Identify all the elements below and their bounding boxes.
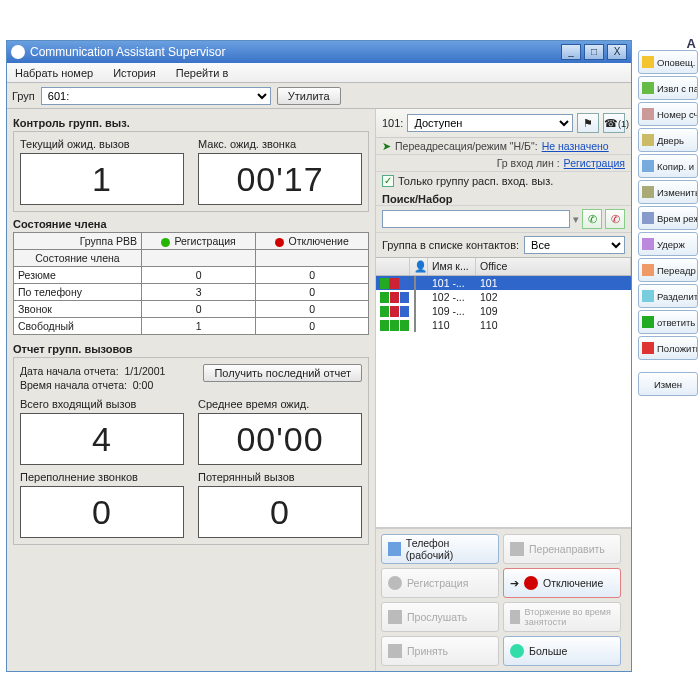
- menubar: Набрать номер История Перейти в: [7, 63, 631, 83]
- avg-wait-label: Среднее время ожид.: [198, 398, 362, 410]
- list-item[interactable]: 109 -... 109: [376, 304, 631, 318]
- app-icon: [11, 45, 25, 59]
- only-group-label: Только группу расп. вход. выз.: [398, 175, 553, 187]
- close-button[interactable]: X: [607, 44, 627, 60]
- overflow-label: Переполнение звонков: [20, 471, 184, 483]
- left-pane: Контроль групп. выз. Текущий ожид. вызов…: [7, 109, 375, 671]
- palette-edit-button[interactable]: Измен: [638, 372, 698, 396]
- barge-in-button[interactable]: Вторжение во время занятости: [503, 602, 621, 632]
- only-group-checkbox[interactable]: ✓: [382, 175, 394, 187]
- redirect-button[interactable]: Перенаправить: [503, 534, 621, 564]
- report-time: 0:00: [133, 379, 153, 391]
- phone-count-button[interactable]: ☎(1): [603, 113, 625, 133]
- member-state-title: Состояние члена: [13, 218, 369, 230]
- palette-time-mode[interactable]: Врем режим: [638, 206, 698, 230]
- palette-split[interactable]: Разделить: [638, 284, 698, 308]
- group-control-title: Контроль групп. выз.: [13, 117, 369, 129]
- avatar-icon: [414, 276, 416, 290]
- menu-history[interactable]: История: [108, 65, 161, 81]
- maximize-button[interactable]: □: [584, 44, 604, 60]
- report-date-label: Дата начала отчета:: [20, 365, 119, 377]
- avatar-icon: [414, 304, 416, 318]
- login-button[interactable]: Регистрация: [381, 568, 499, 598]
- forward-link[interactable]: Не назначено: [542, 140, 609, 152]
- table-row: Свободный10: [14, 318, 369, 335]
- logout-button[interactable]: ➔Отключение: [503, 568, 621, 598]
- lost-value: 0: [198, 486, 362, 538]
- member-table: Группа РВВ Регистрация Отключение Состоя…: [13, 232, 369, 335]
- palette-door[interactable]: Дверь: [638, 128, 698, 152]
- current-wait-value: 1: [20, 153, 184, 205]
- report-date: 1/1/2001: [124, 365, 165, 377]
- utility-button[interactable]: Утилита: [277, 87, 341, 105]
- action-grid: Телефон (рабочий) Перенаправить Регистра…: [376, 528, 631, 671]
- member-hdr-logout: Отключение: [256, 233, 369, 250]
- palette-alert[interactable]: Оповещ. (гибк: [638, 50, 698, 74]
- palette-header: A: [687, 36, 696, 51]
- titlebar: Communication Assistant Supervisor _ □ X: [7, 41, 631, 63]
- table-row: Звонок00: [14, 301, 369, 318]
- menu-dial[interactable]: Набрать номер: [10, 65, 98, 81]
- member-hdr-group: Группа РВВ: [14, 233, 142, 250]
- call-icon[interactable]: ✆: [582, 209, 602, 229]
- hangup-icon[interactable]: ✆: [605, 209, 625, 229]
- group-select[interactable]: 601:: [41, 87, 271, 105]
- total-incoming-label: Всего входящий вызов: [20, 398, 184, 410]
- search-input[interactable]: [382, 210, 570, 228]
- table-row: По телефону30: [14, 284, 369, 301]
- group-inline-label: Гр вход лин :: [497, 157, 560, 169]
- group-login-link[interactable]: Регистрация: [564, 157, 625, 169]
- listen-button[interactable]: Прослушать: [381, 602, 499, 632]
- contact-list-header: 👤 Имя к... Office: [376, 257, 631, 276]
- take-over-button[interactable]: Принять: [381, 636, 499, 666]
- main-window: Communication Assistant Supervisor _ □ X…: [6, 40, 632, 672]
- right-pane: 101: Доступен ⚑ ☎(1) ➤ Переадресация/реж…: [375, 109, 631, 671]
- avatar-icon: [414, 318, 416, 332]
- phone-work-button[interactable]: Телефон (рабочий): [381, 534, 499, 564]
- current-wait-label: Текущий ожид. вызов: [20, 138, 184, 150]
- palette-answer[interactable]: ответить: [638, 310, 698, 334]
- total-incoming-value: 4: [20, 413, 184, 465]
- list-item[interactable]: 102 -... 102: [376, 290, 631, 304]
- forward-label: Переадресация/режим "Н/Б":: [395, 140, 538, 152]
- palette-unpark[interactable]: Извл с парк: [638, 76, 698, 100]
- palette-hangup[interactable]: Положить тру: [638, 336, 698, 360]
- contacts-group-select[interactable]: Все: [524, 236, 625, 254]
- table-row: Резюме00: [14, 267, 369, 284]
- more-button[interactable]: Больше: [503, 636, 621, 666]
- contacts-group-label: Группа в списке контактов:: [382, 239, 519, 251]
- report-time-label: Время начала отчета:: [20, 379, 127, 391]
- palette-account[interactable]: Номер счета: [638, 102, 698, 126]
- palette-hold[interactable]: Удерж: [638, 232, 698, 256]
- lost-label: Потерянный вызов: [198, 471, 362, 483]
- member-hdr-state: Состояние члена: [14, 250, 142, 267]
- overflow-value: 0: [20, 486, 184, 538]
- palette-forward[interactable]: Переадр: [638, 258, 698, 282]
- member-hdr-login: Регистрация: [141, 233, 255, 250]
- list-item[interactable]: 110 110: [376, 318, 631, 332]
- group-toolbar: Груп 601: Утилита: [7, 83, 631, 109]
- contact-list[interactable]: 101 -... 101 102 -... 102 109 -... 109: [376, 276, 631, 528]
- group-label: Груп: [12, 90, 35, 102]
- palette-copy-dial[interactable]: Копир. и наб: [638, 154, 698, 178]
- list-item[interactable]: 101 -... 101: [376, 276, 631, 290]
- flag-button[interactable]: ⚑: [577, 113, 599, 133]
- report-title: Отчет групп. вызовов: [13, 343, 369, 355]
- get-last-report-button[interactable]: Получить последний отчет: [203, 364, 362, 382]
- menu-goto[interactable]: Перейти в: [171, 65, 234, 81]
- window-title: Communication Assistant Supervisor: [30, 45, 225, 59]
- search-label: Поиск/Набор: [376, 190, 631, 205]
- side-palette: Оповещ. (гибк Извл с парк Номер счета Дв…: [638, 50, 698, 396]
- extension-label: 101:: [382, 117, 403, 129]
- presence-select[interactable]: Доступен: [407, 114, 573, 132]
- max-wait-label: Макс. ожид. звонка: [198, 138, 362, 150]
- minimize-button[interactable]: _: [561, 44, 581, 60]
- palette-trs[interactable]: Изменить TRS: [638, 180, 698, 204]
- max-wait-value: 00'17: [198, 153, 362, 205]
- avg-wait-value: 00'00: [198, 413, 362, 465]
- avatar-icon: [414, 290, 416, 304]
